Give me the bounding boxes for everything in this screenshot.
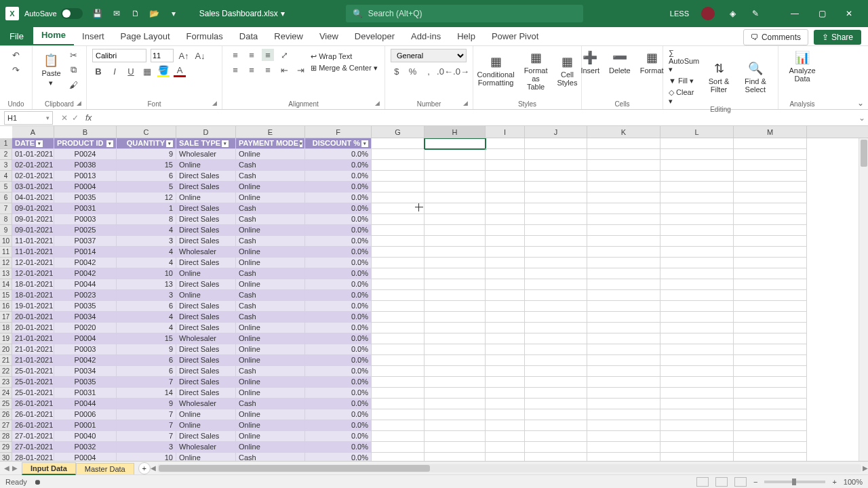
row-header[interactable]: 28 — [0, 431, 12, 442]
cell[interactable]: 6 — [117, 355, 176, 366]
cell[interactable] — [425, 442, 486, 453]
cell[interactable] — [486, 442, 525, 453]
cell[interactable]: Wholesaler — [176, 247, 236, 258]
format-cells-button[interactable]: ▦Format — [637, 49, 667, 76]
cell[interactable]: P0044 — [54, 399, 117, 409]
cell[interactable]: Direct Sales — [176, 312, 236, 323]
cell[interactable]: Online — [236, 182, 305, 192]
format-painter-icon[interactable]: 🖌 — [68, 79, 80, 91]
cell[interactable] — [587, 236, 660, 247]
cell[interactable]: P0035 — [54, 301, 117, 312]
cell[interactable] — [660, 214, 734, 225]
page-layout-view-button[interactable] — [715, 477, 728, 487]
format-as-table-button[interactable]: ▦Format as Table — [521, 49, 551, 92]
cell[interactable]: 0.0% — [305, 442, 372, 453]
cell[interactable] — [587, 377, 660, 388]
cell[interactable] — [587, 247, 660, 258]
cell[interactable] — [425, 258, 486, 268]
cell[interactable] — [525, 366, 587, 377]
autosave-switch-off[interactable] — [61, 8, 83, 19]
macro-record-icon[interactable]: ⏺ — [34, 478, 41, 486]
cell[interactable]: 15 — [117, 333, 176, 344]
cell[interactable] — [525, 279, 587, 290]
cell[interactable] — [486, 214, 525, 225]
align-top-icon[interactable]: ≡ — [229, 49, 241, 61]
cell[interactable]: P0044 — [54, 279, 117, 290]
active-cell[interactable] — [425, 138, 486, 149]
cell[interactable] — [587, 323, 660, 333]
cell[interactable]: 25-01-2021 — [12, 388, 54, 399]
cell[interactable] — [525, 247, 587, 258]
cell[interactable] — [734, 203, 807, 214]
row-header[interactable]: 4 — [0, 171, 12, 182]
font-dialog-launcher[interactable]: ◢ — [212, 100, 220, 108]
cell[interactable]: 4 — [117, 323, 176, 333]
fill-color-button[interactable]: 🪣 — [157, 65, 170, 77]
sort-filter-button[interactable]: ⇅Sort & Filter — [703, 60, 734, 95]
cell[interactable] — [660, 366, 734, 377]
cell[interactable]: Online — [236, 225, 305, 236]
tab-data[interactable]: Data — [231, 27, 266, 45]
cell[interactable]: 12-01-2021 — [12, 268, 54, 279]
font-name-select[interactable] — [92, 49, 146, 62]
cell[interactable] — [660, 160, 734, 171]
cell[interactable] — [587, 312, 660, 323]
row-header[interactable]: 14 — [0, 279, 12, 290]
cell[interactable]: 9 — [117, 344, 176, 355]
cell[interactable] — [486, 268, 525, 279]
cell[interactable]: 27-01-2021 — [12, 431, 54, 442]
cell[interactable]: 26-01-2021 — [12, 409, 54, 420]
row-header[interactable]: 18 — [0, 323, 12, 333]
tab-file[interactable]: File — [0, 27, 33, 45]
tab-insert[interactable]: Insert — [74, 27, 113, 45]
cell[interactable] — [734, 420, 807, 431]
cell[interactable]: P0014 — [54, 247, 117, 258]
cell[interactable] — [425, 388, 486, 399]
cell[interactable] — [587, 279, 660, 290]
row-header[interactable]: 17 — [0, 312, 12, 323]
cell[interactable] — [525, 431, 587, 442]
cell[interactable] — [372, 279, 425, 290]
cell[interactable] — [587, 388, 660, 399]
cell[interactable]: Cash — [236, 366, 305, 377]
cell[interactable] — [587, 171, 660, 182]
cell[interactable] — [660, 431, 734, 442]
cell[interactable] — [734, 247, 807, 258]
cell[interactable]: Direct Sales — [176, 258, 236, 268]
column-header-E[interactable]: E — [236, 126, 305, 138]
cell[interactable]: 0.0% — [305, 236, 372, 247]
cell[interactable]: P0004 — [54, 182, 117, 192]
filter-dropdown-icon[interactable]: ▾ — [106, 140, 113, 147]
cell[interactable]: Online — [236, 192, 305, 203]
hscroll-left-icon[interactable]: ◀ — [148, 464, 159, 472]
cell[interactable] — [734, 366, 807, 377]
cell[interactable]: Online — [176, 290, 236, 301]
cell[interactable]: P0040 — [54, 431, 117, 442]
sheet-tab-master-data[interactable]: Master Data — [76, 463, 134, 474]
cell[interactable] — [425, 236, 486, 247]
cell[interactable]: Online — [176, 409, 236, 420]
cell[interactable]: 12-01-2021 — [12, 258, 54, 268]
merge-center-button[interactable]: ⊞ Merge & Center ▾ — [311, 64, 378, 73]
column-header-L[interactable]: L — [660, 126, 734, 138]
cell[interactable]: Cash — [236, 290, 305, 301]
cell[interactable]: 0.0% — [305, 312, 372, 323]
cell[interactable]: Online — [236, 355, 305, 366]
cell[interactable]: P0042 — [54, 258, 117, 268]
tab-help[interactable]: Help — [449, 27, 484, 45]
cell[interactable] — [525, 312, 587, 323]
cell[interactable] — [734, 344, 807, 355]
qat-more-icon[interactable]: ▾ — [168, 8, 179, 19]
cell[interactable]: 18-01-2021 — [12, 290, 54, 301]
cell[interactable] — [660, 279, 734, 290]
cell[interactable] — [486, 420, 525, 431]
cell[interactable] — [734, 377, 807, 388]
zoom-level[interactable]: 100% — [844, 478, 863, 486]
conditional-formatting-button[interactable]: ▦Conditional Formatting — [475, 53, 517, 88]
analyze-data-button[interactable]: 📊Analyze Data — [784, 49, 821, 84]
cell[interactable] — [372, 214, 425, 225]
cell[interactable]: 0.0% — [305, 409, 372, 420]
cell[interactable] — [486, 171, 525, 182]
font-color-button[interactable]: A — [174, 65, 186, 77]
cell[interactable] — [486, 344, 525, 355]
